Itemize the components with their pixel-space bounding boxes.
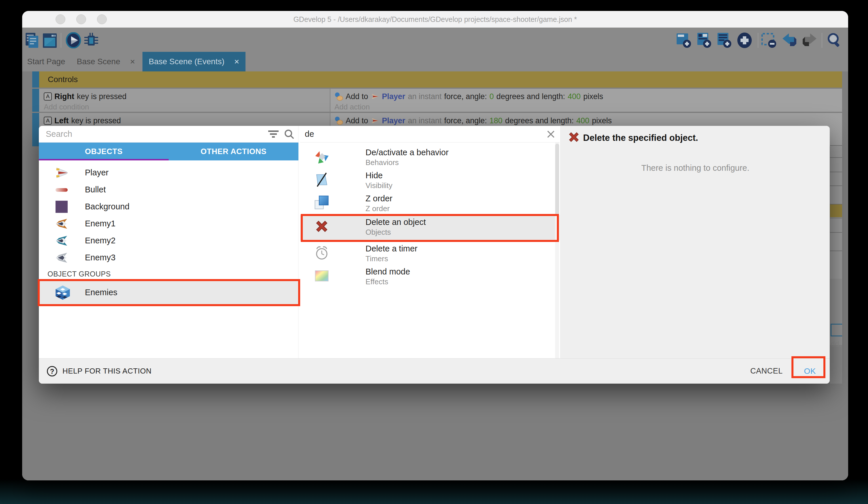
tab-other-actions[interactable]: OTHER ACTIONS [169, 143, 298, 160]
enemy3-icon [55, 251, 68, 264]
comment-row[interactable]: Controls [32, 71, 842, 88]
help-icon: ? [47, 366, 57, 376]
action-search-input[interactable] [305, 128, 489, 140]
background-icon [55, 200, 68, 213]
object-search-row [39, 126, 298, 143]
cancel-button[interactable]: CANCEL [750, 367, 783, 375]
blend-mode-icon [314, 268, 330, 284]
start-page-icon[interactable] [42, 32, 58, 48]
actions-cell[interactable]: Add to Player an instant force, angle: 0… [330, 89, 842, 112]
tab-objects[interactable]: OBJECTS [39, 143, 169, 160]
event-drag-bar [32, 71, 39, 88]
undo-icon[interactable] [782, 32, 797, 48]
object-row-player[interactable]: Player [39, 164, 298, 181]
object-tabs: OBJECTS OTHER ACTIONS [39, 143, 298, 160]
object-groups-header: OBJECT GROUPS [48, 270, 111, 278]
event-drag-bar [32, 113, 39, 146]
window-title: GDevelop 5 - /Users/dkarakay/Documents/G… [22, 11, 848, 28]
tab-close-icon[interactable]: × [130, 57, 135, 67]
remove-event-icon[interactable] [761, 32, 777, 48]
behavior-icon [314, 149, 330, 164]
toolbar-separator [758, 33, 758, 48]
titlebar: GDevelop 5 - /Users/dkarakay/Documents/G… [22, 11, 848, 28]
event-drag-bar [32, 89, 39, 112]
enemy2-icon [55, 234, 68, 248]
action-description: Delete the specified object. [583, 133, 698, 143]
group-row-enemies[interactable]: Enemies [39, 281, 298, 305]
object-row-enemy3[interactable]: Enemy3 [39, 249, 298, 266]
editor-tabbar: Start Page Base Scene × Base Scene (Even… [22, 52, 848, 71]
add-event-circle-icon[interactable] [736, 32, 753, 48]
add-force-icon [334, 92, 343, 101]
timer-icon [314, 245, 330, 261]
objects-column: OBJECTS OTHER ACTIONS Player Bullet Back… [39, 126, 298, 358]
help-link[interactable]: ? HELP FOR THIS ACTION [47, 366, 152, 376]
background-selection-outline [830, 324, 842, 336]
app-window: GDevelop 5 - /Users/dkarakay/Documents/G… [22, 11, 848, 480]
player-object-icon [371, 92, 379, 101]
actions-column: De/activate a behavior Behaviors Hide Vi… [300, 126, 560, 358]
ok-button[interactable]: OK [804, 367, 816, 376]
add-standard-event-icon[interactable] [716, 32, 732, 48]
truncated-add-text: dd... [830, 340, 842, 349]
action-row-deactivate-behavior[interactable]: De/activate a behavior Behaviors [300, 145, 560, 169]
filter-icon[interactable] [268, 130, 279, 139]
search-magnifier-icon[interactable] [284, 129, 294, 139]
action-row-z-order[interactable]: Z order Z order [300, 192, 560, 214]
object-row-enemy2[interactable]: Enemy2 [39, 232, 298, 249]
dialog-footer: ? HELP FOR THIS ACTION CANCEL OK [39, 358, 830, 384]
tab-base-scene-events[interactable]: Base Scene (Events) × [143, 52, 246, 71]
action-editor-dialog: OBJECTS OTHER ACTIONS Player Bullet Back… [39, 126, 830, 384]
background-comment-sliver [830, 204, 842, 217]
debug-icon[interactable] [83, 32, 99, 48]
action-search-row [300, 126, 560, 143]
delete-x-icon [567, 130, 580, 144]
object-row-background[interactable]: Background [39, 198, 298, 215]
toolbar-separator [822, 33, 822, 48]
project-manager-icon[interactable] [24, 32, 41, 48]
delete-x-icon [314, 219, 330, 234]
player-icon [55, 166, 68, 179]
actions-scrollbar-thumb[interactable] [555, 144, 559, 216]
enemies-group-icon [55, 285, 71, 300]
app-content: Start Page Base Scene × Base Scene (Even… [22, 28, 848, 480]
tab-label: Base Scene [77, 57, 120, 66]
action-row-blend-mode[interactable]: Blend mode Effects [300, 265, 560, 288]
add-action-link[interactable]: Add action [334, 102, 842, 112]
search-icon[interactable] [826, 32, 843, 48]
tab-close-icon[interactable]: × [234, 57, 239, 67]
tab-label: Start Page [27, 57, 65, 66]
object-search-input[interactable] [46, 128, 230, 140]
background-rows-sliver: dd... [830, 145, 842, 384]
hide-icon [314, 172, 330, 188]
z-order-icon [314, 195, 330, 211]
object-row-bullet[interactable]: Bullet [39, 181, 298, 198]
clear-search-icon[interactable] [545, 129, 556, 140]
redo-icon[interactable] [802, 32, 818, 48]
tab-label: Base Scene (Events) [149, 57, 225, 66]
active-tab-underline [39, 159, 169, 160]
bullet-icon [55, 183, 68, 196]
play-icon[interactable] [65, 32, 81, 48]
enemy1-icon [55, 217, 68, 230]
nothing-to-configure-text: There is nothing to configure. [561, 163, 830, 173]
player-object-icon [371, 117, 379, 125]
tab-start-page[interactable]: Start Page [22, 52, 70, 71]
add-sub-event-icon[interactable] [696, 32, 712, 48]
object-row-enemy1[interactable]: Enemy1 [39, 215, 298, 232]
action-row-delete-object[interactable]: Delete an object Objects [300, 215, 560, 241]
event-row: A Right key is pressed Add condition Add… [32, 89, 842, 112]
tab-base-scene[interactable]: Base Scene × [71, 52, 141, 71]
action-row-hide[interactable]: Hide Visibility [300, 169, 560, 192]
add-comment-event-icon[interactable] [676, 32, 692, 48]
keyboard-key-icon: A [44, 117, 52, 125]
keyboard-key-icon: A [44, 92, 52, 101]
add-force-icon [334, 117, 343, 125]
conditions-cell[interactable]: A Right key is pressed Add condition [39, 89, 330, 112]
toolbar-separator [61, 33, 61, 48]
action-row-delete-timer[interactable]: Delete a timer Timers [300, 242, 560, 265]
comment-text: Controls [39, 71, 842, 88]
action-detail-panel: Delete the specified object. There is no… [560, 126, 830, 358]
add-condition-link[interactable]: Add condition [44, 102, 330, 112]
